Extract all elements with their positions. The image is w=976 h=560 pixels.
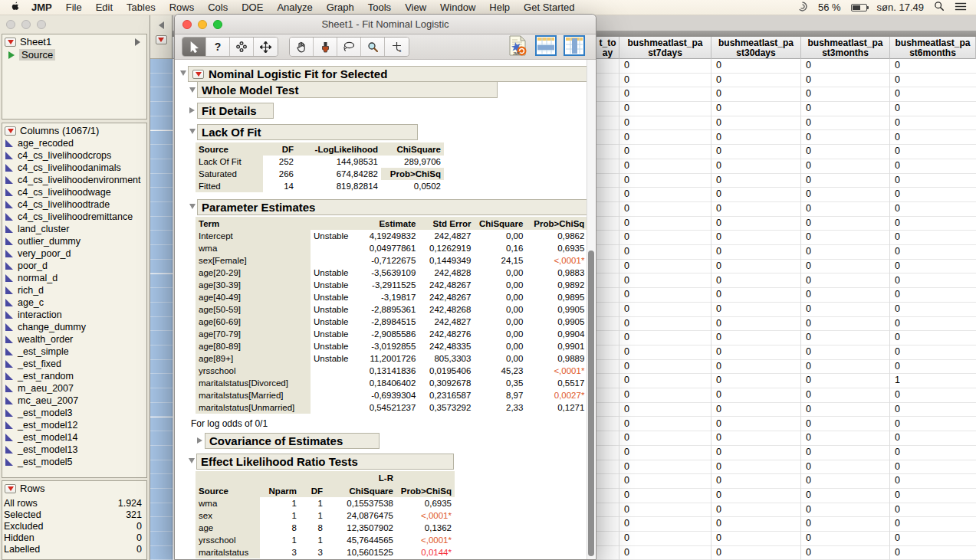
grid-cell[interactable]: 0 <box>624 203 629 214</box>
grid-cell[interactable]: 0 <box>624 375 629 385</box>
grid-cell[interactable]: 0 <box>716 547 721 558</box>
grid-cell[interactable]: 0 <box>895 532 900 543</box>
grid-cell[interactable]: 0 <box>806 532 811 543</box>
row-number-cell[interactable] <box>150 145 173 159</box>
grid-cell[interactable]: 0 <box>624 260 629 271</box>
table-row[interactable]: 0000 <box>596 145 976 159</box>
table-row[interactable]: 0000 <box>596 303 976 317</box>
grid-cell[interactable]: 0 <box>895 231 900 242</box>
grid-cell[interactable]: 0 <box>895 74 900 85</box>
grid-cell[interactable]: 0 <box>895 389 900 400</box>
grid-cell[interactable]: 0 <box>624 88 629 99</box>
grid-cell[interactable]: 0 <box>624 231 629 242</box>
row-number-cell[interactable] <box>150 231 173 245</box>
grid-cell[interactable]: 0 <box>895 303 900 314</box>
outline-covariance[interactable]: Covariance of Estimates <box>205 433 380 449</box>
table-row[interactable]: 0000 <box>596 388 976 403</box>
table-row[interactable]: 0000 <box>596 116 976 131</box>
grid-cell[interactable]: 0 <box>895 404 900 414</box>
row-number-cell[interactable] <box>150 217 173 231</box>
column-item[interactable]: mc_aeu_2007 <box>2 395 146 407</box>
grid-cell[interactable]: 0 <box>895 504 900 515</box>
notification-center-icon[interactable] <box>955 2 967 14</box>
grid-cell[interactable]: 0 <box>716 389 721 400</box>
grid-cell[interactable]: 0 <box>624 532 629 543</box>
menu-file[interactable]: File <box>59 2 89 13</box>
table-row[interactable]: 0000 <box>596 288 976 303</box>
row-number-cell[interactable] <box>150 331 173 345</box>
table-row[interactable]: 0000 <box>596 245 976 260</box>
row-number-cell[interactable] <box>150 431 173 446</box>
column-item[interactable]: age_recoded <box>2 137 146 149</box>
grid-cell[interactable]: 0 <box>895 361 900 372</box>
grid-cell[interactable]: 0 <box>806 289 811 300</box>
menu-tools[interactable]: Tools <box>361 2 398 13</box>
outline-collapse-icon[interactable] <box>189 129 196 134</box>
grid-cell[interactable]: 0 <box>806 74 811 85</box>
grid-cell[interactable]: 0 <box>806 375 811 385</box>
row-number-cell[interactable] <box>150 388 173 403</box>
grid-cell[interactable]: 0 <box>624 188 629 199</box>
row-number-cell[interactable] <box>150 503 173 518</box>
row-number-cell[interactable] <box>150 102 173 116</box>
inactive-window-traffic-lights[interactable] <box>6 20 46 29</box>
grid-cell[interactable]: 0 <box>895 160 900 171</box>
grid-cell[interactable]: 0 <box>806 432 811 443</box>
brush-tool-button[interactable] <box>314 38 337 56</box>
help-tool-button[interactable]: ? <box>206 38 230 56</box>
table-row[interactable]: 0000 <box>596 403 976 418</box>
grid-cell[interactable]: 0 <box>806 231 811 242</box>
window-title-bar[interactable]: Sheet1 - Fit Nominal Logistic <box>175 15 596 34</box>
grid-cell[interactable]: 0 <box>895 461 900 472</box>
grid-cell[interactable]: 0 <box>806 218 811 228</box>
column-item[interactable]: _est_model5 <box>2 456 146 468</box>
column-item[interactable]: _est_fixed <box>2 358 146 370</box>
grid-cell[interactable]: 0 <box>624 432 629 443</box>
column-item[interactable]: _est_model12 <box>2 419 146 431</box>
vertical-scrollbar[interactable] <box>587 60 595 559</box>
column-item[interactable]: m_aeu_2007 <box>2 382 146 395</box>
table-row[interactable]: 0000 <box>596 59 976 74</box>
lasso-tool-button[interactable] <box>337 38 361 56</box>
menu-tables[interactable]: Tables <box>120 2 163 13</box>
grid-cell[interactable]: 0 <box>624 117 629 128</box>
column-header[interactable]: bushmeatlast_past7days <box>619 37 711 59</box>
row-number-cell[interactable] <box>150 474 173 489</box>
column-item[interactable]: _est_random <box>2 370 146 382</box>
table-row[interactable]: 0001 <box>596 374 976 388</box>
row-number-cell[interactable] <box>150 87 173 102</box>
outline-fit-details[interactable]: Fit Details <box>197 103 274 119</box>
column-item[interactable]: poor_d <box>2 260 146 272</box>
row-number-cell[interactable] <box>150 446 173 460</box>
grid-cell[interactable]: 0 <box>716 175 721 185</box>
magnifier-tool-button[interactable] <box>361 38 385 56</box>
grid-cell[interactable]: 0 <box>716 504 721 515</box>
row-number-cell[interactable] <box>150 74 173 88</box>
outline-effect-tests[interactable]: Effect Likelihood Ratio Tests <box>196 454 454 470</box>
table-row[interactable]: 0000 <box>596 546 976 560</box>
outline-collapse-icon[interactable] <box>189 458 195 463</box>
select-columns-icon[interactable] <box>564 35 585 58</box>
grid-cell[interactable]: 0 <box>806 361 811 372</box>
spotlight-icon[interactable] <box>934 1 945 14</box>
row-number-cell[interactable] <box>150 274 173 289</box>
grid-cell[interactable]: 0 <box>895 475 900 486</box>
grid-cell[interactable]: 0 <box>624 447 629 457</box>
grid-cell[interactable]: 0 <box>624 518 629 529</box>
grid-cell[interactable]: 0 <box>806 518 811 529</box>
column-item[interactable]: _est_model3 <box>2 407 146 419</box>
grid-cell[interactable]: 0 <box>716 318 721 329</box>
outline-lack-of-fit[interactable]: Lack Of Fit <box>197 124 418 140</box>
row-number-cell[interactable] <box>150 288 173 303</box>
chevron-right-icon[interactable] <box>135 38 140 46</box>
grid-cell[interactable]: 0 <box>716 260 721 271</box>
column-item[interactable]: change_dummy <box>2 321 146 333</box>
grid-cell[interactable]: 0 <box>806 404 811 414</box>
grabber-tool-button[interactable] <box>290 38 314 56</box>
grid-cell[interactable]: 0 <box>895 346 900 357</box>
grid-cell[interactable]: 0 <box>716 361 721 372</box>
row-number-cell[interactable] <box>150 532 173 546</box>
grid-cell[interactable]: 0 <box>716 203 721 214</box>
row-number-cell[interactable] <box>150 345 173 360</box>
grid-cell[interactable]: 0 <box>806 103 811 113</box>
